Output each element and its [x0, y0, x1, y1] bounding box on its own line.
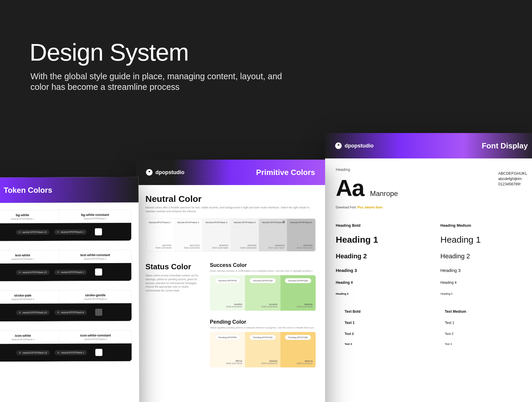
token-name: stroke-gentle [63, 293, 128, 297]
color-swatch[interactable]: Success-DPOP/200#a8dc8cR168 G220 B140 [280, 275, 316, 311]
color-swatch[interactable]: Pending-DPOP/200#fad27aR250 G210 B122 [280, 332, 316, 367]
token-groups-list: bg-whiteneutral-DPOP/black-1bg-white-con… [0, 210, 132, 395]
swatch-hex: #eef9e8 [234, 303, 242, 306]
token-ref: neutral-DPOP/black-2 [0, 298, 55, 301]
swatch-token-name: Neutral-DPOP/black-1 [148, 221, 172, 224]
token-chip[interactable]: neutral-DPOP/black-13 [16, 229, 49, 234]
download-font-link[interactable]: Plus Jakarta Sans [357, 206, 383, 209]
artboard-font-display: ❝ dpopstudio Font Display Heading Aa Man… [325, 133, 532, 402]
brand-logo-icon: ❝ [335, 142, 342, 149]
color-swatch[interactable]: Success-DPOP/50#eef9e8R238 G249 B232 [210, 275, 245, 311]
artboard-title: Font Display [482, 141, 528, 150]
font-name: Manrope [370, 189, 398, 198]
swatch-rgb: R168 G220 B140 [283, 306, 313, 308]
token-pair-card: bg-whiteneutral-DPOP/black-1bg-white-con… [0, 210, 132, 241]
chip-dot-icon [19, 312, 21, 313]
swatch-rgb: R255 G247 B232 [213, 362, 242, 364]
token-chip[interactable]: neutral-DPOP/black-1 [54, 229, 87, 234]
color-swatch[interactable]: Pending-DPOP/50#fff7e8R255 G247 B232 [210, 332, 245, 367]
color-swatch[interactable]: Neutral-DPOP/black-4#F0F0F0R240 G240 B24… [231, 219, 259, 251]
font-sample-nums: 0123456789! [498, 181, 527, 187]
chip-dot-icon [19, 352, 21, 354]
color-swatch[interactable]: Neutral-DPOP/black-2#FCFCFCR252 G252 B25… [174, 219, 202, 251]
pending-color-title: Pending Color [210, 319, 316, 325]
artboard-token-colors: ❝ Token Colors ken sounds of various UI … [0, 177, 140, 402]
text-sample: Text 3 [445, 343, 527, 346]
artboard-primitive-colors: ❝ dpopstudio Primitive Colors Neutral Co… [136, 160, 325, 402]
token-name: text-white-constant [63, 253, 128, 257]
col-heading-bold: Heading Bold [336, 223, 423, 228]
success-swatch-row: Success-DPOP/50#eef9e8R238 G249 B232Succ… [210, 275, 316, 311]
neutral-color-desc: Neutral colors offer a flexible spectrum… [145, 206, 316, 213]
color-swatch[interactable]: Neutral-DPOP/black-1#FFFFFFR255 G255 B25… [146, 219, 174, 251]
swatch-rgb: R240 G240 B240 [233, 247, 257, 249]
swatch-token-name: Neutral-DPOP/black-3 [205, 221, 228, 224]
token-chip[interactable]: neutral-DPOP/black-13 [16, 270, 49, 275]
col-heading-medium: Heading Medium [440, 223, 527, 228]
token-ref: neutral-DPOP/black-1 [63, 338, 128, 341]
neutral-color-title: Neutral Color [145, 194, 316, 204]
color-swatch[interactable]: Success-DPOP/100#ccecb8R202 G236 B184 [245, 275, 280, 311]
token-chip[interactable]: neutral-DPOP/black-1 [54, 270, 87, 275]
swatch-rgb: R252 G252 B252 [176, 247, 200, 249]
page-title: Design System [30, 38, 189, 66]
heading-sample: Heading 3 [440, 268, 527, 273]
token-chip[interactable]: neutral-DPOP/black-9 [54, 310, 87, 315]
swatch-hex: #fad27a [305, 360, 313, 362]
chip-dot-icon [58, 352, 59, 354]
chip-dot-icon [57, 271, 59, 273]
swatch-rgb: R217 G217 B217 [261, 247, 285, 249]
col-text-bold: Text Bold [345, 309, 427, 314]
text-sample: Text 1 [445, 321, 527, 325]
token-chip[interactable]: neutral-DPOP/black-10 [16, 310, 50, 315]
token-name: icon-white-constant [63, 333, 128, 337]
brand-name: dpopstudio [345, 143, 374, 149]
font-sample-block: ABCDEFGHIJKL abcdefghijklm 0123456789! [498, 171, 527, 187]
artboard-title: Token Colors [4, 185, 52, 195]
token-pair-card: icon-whiteneutral-DPOP/black-1icon-white… [0, 330, 132, 362]
font-sample-upper: ABCDEFGHIJKL [498, 171, 527, 176]
heading-label: Heading [336, 167, 398, 172]
token-name: text-white [0, 253, 55, 257]
brand-badge: ❝ dpopstudio [146, 169, 184, 176]
brand-logo-icon: ❝ [146, 169, 153, 176]
token-ref: neutral-DPOP/black-3 [63, 298, 128, 301]
token-pair-card: text-whiteneutral-DPOP/black-1text-white… [0, 250, 132, 282]
token-name: stroke-pale [0, 294, 55, 297]
token-ref: neutral-DPOP/black-1 [0, 338, 56, 341]
token-chip[interactable]: neutral-DPOP/black-1 [55, 350, 87, 355]
text-sample: Text 2 [345, 332, 427, 335]
color-swatch[interactable]: Pending-DPOP/100#fde6b0R253 G230 B176 [245, 332, 280, 367]
swatch-token-name: Success-DPOP/50 [215, 278, 240, 283]
token-ref: neutral-DPOP/black-1 [0, 218, 55, 221]
swatch-hex: #ccecb8 [269, 303, 278, 306]
chip-dot-icon [19, 231, 20, 233]
token-name: bg-white [0, 213, 55, 217]
swatch-token-name: Pending-DPOP/100 [250, 335, 276, 340]
swatch-rgb: R253 G230 B176 [248, 362, 277, 364]
page-subtitle: With the global style guide in place, ma… [30, 71, 296, 93]
token-ref: neutral-DPOP/black-1 [0, 258, 55, 261]
swatch-hex: #fff7e8 [236, 360, 242, 362]
swatch-rgb: R202 G236 B184 [248, 306, 277, 308]
token-chip[interactable]: neutral-DPOP/black-13 [16, 350, 50, 355]
swatch-hex: #BFBFBF [289, 244, 313, 247]
color-swatch[interactable]: Neutral-DPOP/black-5⦿#D9D9D9R217 G217 B2… [259, 219, 287, 251]
swatch-hex: #fde6b0 [270, 360, 278, 362]
color-swatch[interactable]: Neutral-DPOP/black-6#BFBFBFR191 G191 B19… [287, 219, 315, 251]
swatch-hex: #F0F0F0 [233, 244, 257, 247]
swatch-hex: #D9D9D9 [261, 244, 285, 247]
heading-sample: Heading 1 [336, 235, 423, 245]
pin-icon: ⦿ [282, 221, 285, 224]
heading-sample: Heading 4 [336, 281, 423, 285]
swatch-rgb: R250 G210 B122 [283, 362, 313, 364]
token-pair-card: stroke-paleneutral-DPOP/black-2stroke-ge… [0, 290, 132, 322]
pending-swatch-row: Pending-DPOP/50#fff7e8R255 G247 B232Pend… [210, 332, 316, 367]
color-swatch[interactable]: Neutral-DPOP/black-3#F5F5F5R245 G245 B24… [202, 219, 231, 251]
heading-sample: Heading 4 [440, 281, 527, 285]
swatch-token-name: Pending-DPOP/200 [285, 335, 311, 340]
heading-sample: Heading 2 [336, 252, 423, 260]
swatch-hex: #FCFCFC [176, 244, 200, 247]
brand-badge: ❝ dpopstudio [335, 142, 374, 149]
font-sample-lower: abcdefghijklm [498, 176, 527, 181]
